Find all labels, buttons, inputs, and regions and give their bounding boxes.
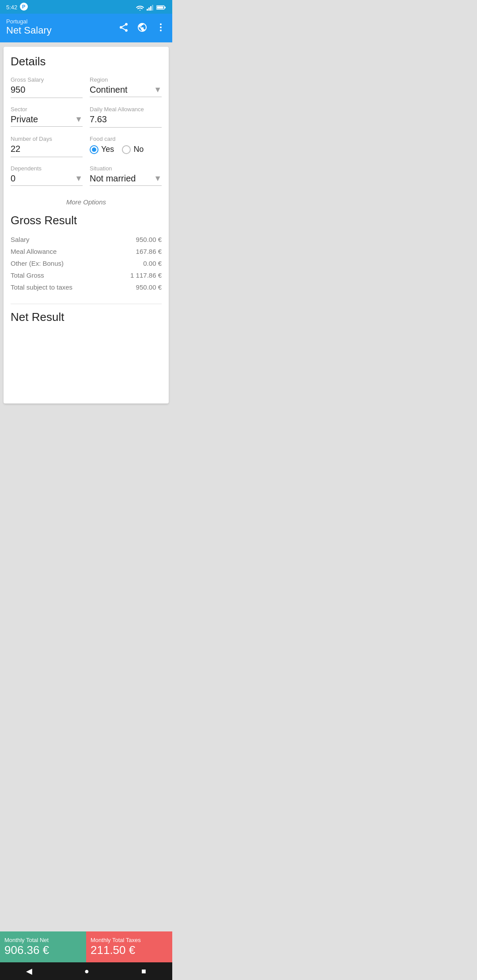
meal-allowance-field: Daily Meal Allowance 7.63 <box>90 106 162 128</box>
svg-point-10 <box>160 26 162 28</box>
food-card-no[interactable]: No <box>122 145 144 154</box>
wifi-icon <box>136 4 144 11</box>
gross-result-rows: Salary 950.00 € Meal Allowance 167.86 € … <box>11 234 162 293</box>
app-bar-title: Portugal Net Salary <box>6 18 52 36</box>
food-card-yes[interactable]: Yes <box>90 145 114 154</box>
dependents-value: 0 <box>11 173 15 184</box>
meal-allowance-value[interactable]: 7.63 <box>90 114 162 128</box>
sector-select[interactable]: Private ▼ <box>11 114 83 127</box>
status-app-icon: P <box>20 3 28 12</box>
details-title: Details <box>11 55 162 68</box>
dependents-select[interactable]: 0 ▼ <box>11 173 83 186</box>
result-row: Total subject to taxes 950.00 € <box>11 281 162 293</box>
food-card-radio-group: Yes No <box>90 145 162 154</box>
svg-rect-4 <box>150 6 151 11</box>
svg-text:P: P <box>22 4 25 9</box>
num-days-label: Number of Days <box>11 136 83 142</box>
sector-field: Sector Private ▼ <box>11 106 83 128</box>
sector-value: Private <box>11 114 38 124</box>
svg-rect-2 <box>147 9 148 11</box>
food-card-label: Food card <box>90 136 162 142</box>
svg-rect-3 <box>148 8 150 11</box>
num-days-field: Number of Days 22 <box>11 136 83 157</box>
region-select[interactable]: Continent ▼ <box>90 85 162 97</box>
signal-icon <box>147 4 154 11</box>
food-card-yes-label: Yes <box>101 145 114 154</box>
food-card-no-radio[interactable] <box>122 145 131 154</box>
situation-field: Situation Not married ▼ <box>90 165 162 186</box>
food-card-field: Food card Yes No <box>90 136 162 157</box>
gross-result-section: Gross Result Salary 950.00 € Meal Allowa… <box>11 214 162 298</box>
net-result-section: Net Result <box>11 310 162 333</box>
svg-point-9 <box>160 23 162 25</box>
svg-rect-5 <box>152 5 153 11</box>
result-row: Other (Ex: Bonus) 0.00 € <box>11 257 162 269</box>
form-grid: Gross Salary 950 Region Continent ▼ Sect… <box>11 76 162 194</box>
food-card-no-label: No <box>133 145 144 154</box>
region-field: Region Continent ▼ <box>90 76 162 98</box>
app-title: Net Salary <box>6 25 52 36</box>
dependents-label: Dependents <box>11 165 83 172</box>
app-bar: Portugal Net Salary <box>0 14 172 42</box>
situation-select[interactable]: Not married ▼ <box>90 173 162 186</box>
main-card: Details Gross Salary 950 Region Continen… <box>4 47 169 403</box>
svg-point-11 <box>160 30 162 31</box>
battery-icon <box>156 5 166 10</box>
globe-icon[interactable] <box>137 22 148 33</box>
situation-chevron-icon: ▼ <box>154 174 162 183</box>
meal-allowance-label: Daily Meal Allowance <box>90 106 162 113</box>
status-bar: 5:42 P <box>0 0 172 14</box>
region-label: Region <box>90 76 162 83</box>
dependents-field: Dependents 0 ▼ <box>11 165 83 186</box>
region-value: Continent <box>90 85 128 95</box>
sector-chevron-icon: ▼ <box>75 115 83 124</box>
num-days-value[interactable]: 22 <box>11 144 83 157</box>
more-options[interactable]: More Options <box>11 194 162 214</box>
gross-result-title: Gross Result <box>11 214 162 227</box>
sector-label: Sector <box>11 106 83 113</box>
status-time: 5:42 <box>6 4 17 11</box>
situation-value: Not married <box>90 173 136 184</box>
share-icon[interactable] <box>118 22 129 33</box>
gross-salary-field: Gross Salary 950 <box>11 76 83 98</box>
app-bar-icons <box>118 22 166 33</box>
app-country: Portugal <box>6 18 52 25</box>
situation-label: Situation <box>90 165 162 172</box>
gross-salary-label: Gross Salary <box>11 76 83 83</box>
food-card-yes-radio[interactable] <box>90 145 98 154</box>
net-result-title: Net Result <box>11 310 162 328</box>
svg-rect-7 <box>157 6 163 8</box>
region-chevron-icon: ▼ <box>154 85 162 94</box>
more-vert-icon[interactable] <box>155 22 166 33</box>
dependents-chevron-icon: ▼ <box>75 174 83 183</box>
result-row: Meal Allowance 167.86 € <box>11 245 162 257</box>
divider <box>11 304 162 304</box>
gross-salary-value[interactable]: 950 <box>11 85 83 98</box>
result-row: Total Gross 1 117.86 € <box>11 269 162 281</box>
result-row: Salary 950.00 € <box>11 234 162 245</box>
svg-rect-8 <box>165 7 166 8</box>
